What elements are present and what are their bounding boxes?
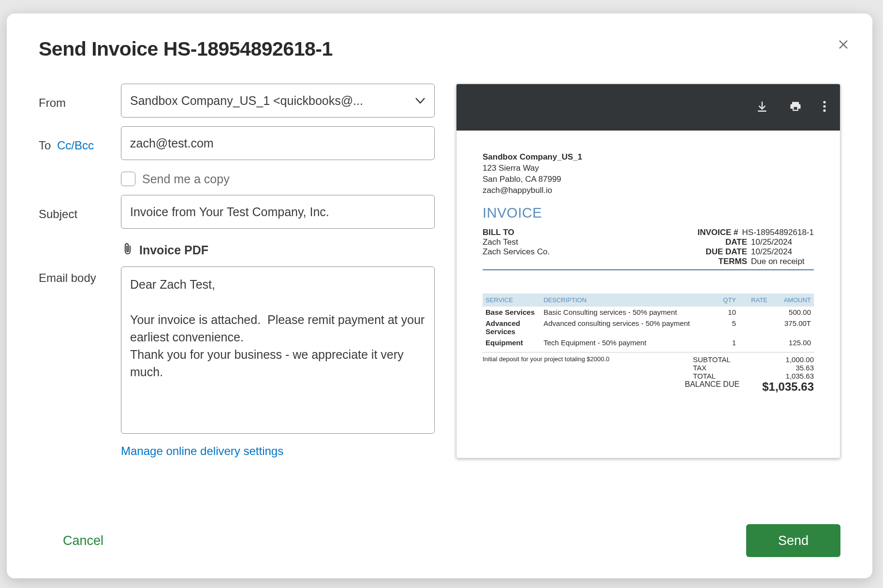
modal-footer: Cancel Send [39, 524, 840, 557]
deposit-note: Initial deposit for your project totalin… [483, 355, 609, 394]
email-form: From Sandbox Company_US_1 <quickbooks@..… [39, 84, 435, 467]
subject-input[interactable]: Invoice from Your Test Company, Inc. [121, 195, 435, 229]
preview-email: zach@happybull.io [483, 185, 814, 196]
send-button[interactable]: Send [746, 524, 840, 557]
invoice-title: INVOICE [483, 205, 814, 221]
to-label: To Cc/Bcc [39, 134, 121, 152]
from-label: From [39, 91, 121, 110]
preview-toolbar [456, 84, 840, 131]
modal-title: Send Invoice HS-18954892618-1 [39, 38, 840, 60]
download-icon[interactable] [756, 100, 768, 115]
preview-document: Sandbox Company_US_1 123 Sierra Way San … [456, 131, 840, 403]
preview-addr1: 123 Sierra Way [483, 163, 814, 174]
table-row: Equipment Tech Equipment - 50% payment 1… [483, 337, 814, 348]
from-value: Sandbox Company_US_1 <quickbooks@... [130, 94, 363, 108]
invoice-preview: Sandbox Company_US_1 123 Sierra Way San … [456, 84, 840, 458]
preview-company-name: Sandbox Company_US_1 [483, 152, 814, 163]
preview-addr2: San Pablo, CA 87999 [483, 174, 814, 185]
table-row: Base Services Basic Consulting services … [483, 307, 814, 318]
chevron-down-icon [415, 94, 426, 107]
email-body-textarea[interactable] [121, 266, 435, 434]
from-select[interactable]: Sandbox Company_US_1 <quickbooks@... [121, 84, 435, 118]
send-copy-label: Send me a copy [142, 172, 230, 186]
send-copy-checkbox[interactable] [121, 172, 135, 186]
billto-company: Zach Services Co. [483, 247, 550, 257]
more-icon[interactable] [823, 100, 826, 115]
body-label: Email body [39, 266, 121, 285]
print-icon[interactable] [789, 100, 802, 115]
table-row: Advanced Services Advanced consulting se… [483, 318, 814, 337]
ccbcc-link[interactable]: Cc/Bcc [57, 139, 94, 152]
svg-point-5 [823, 109, 825, 112]
cancel-button[interactable]: Cancel [39, 533, 103, 548]
manage-delivery-link[interactable]: Manage online delivery settings [121, 444, 283, 458]
subject-label: Subject [39, 203, 121, 221]
svg-point-3 [823, 101, 825, 103]
svg-point-4 [823, 105, 825, 107]
to-input[interactable]: zach@test.com [121, 126, 435, 160]
divider [483, 269, 814, 270]
close-button[interactable] [834, 35, 853, 54]
send-invoice-modal: Send Invoice HS-18954892618-1 From Sandb… [7, 14, 872, 578]
close-icon [838, 39, 849, 50]
line-items-table: SERVICE DESCRIPTION QTY RATE AMOUNT Base… [483, 294, 814, 348]
billto-name: Zach Test [483, 237, 550, 247]
billto-label: BILL TO [483, 228, 550, 237]
attachment-label: Invoice PDF [139, 243, 208, 257]
paperclip-icon [122, 242, 133, 258]
